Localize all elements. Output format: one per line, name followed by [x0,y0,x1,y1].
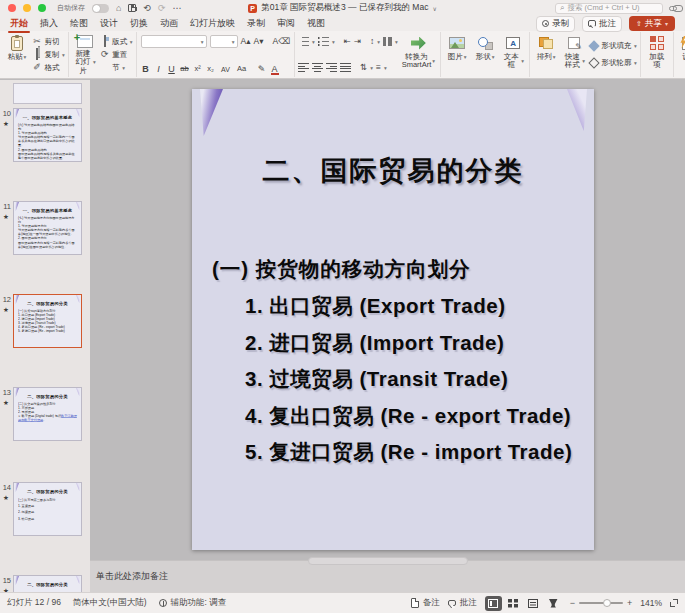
tab-design[interactable]: 设计 [100,17,118,30]
share-link-icon[interactable] [669,6,677,11]
grow-font-button[interactable]: A▴ [241,37,251,46]
bullets-button[interactable] [298,37,309,46]
slide-body-heading: (一) 按货物的移动方向划分 [212,250,590,288]
close-window-button[interactable] [8,4,16,12]
shapes-button[interactable]: 形状▾ [472,34,498,75]
notes-placeholder[interactable]: 单击此处添加备注 [96,570,168,583]
tab-record[interactable]: 录制 [247,17,265,30]
designer-button[interactable]: 设计器 [677,34,685,75]
notes-pane[interactable]: 单击此处添加备注 [90,560,685,592]
layout-button[interactable]: 版式▾ [100,35,133,48]
comments-toggle-button[interactable]: 批注 [448,597,477,609]
language-indicator[interactable]: 简体中文(中国大陆) [73,597,147,609]
columns-button[interactable] [383,37,392,46]
zoom-window-button[interactable] [38,4,46,12]
zoom-slider[interactable] [579,602,623,604]
thumbnail-slide-14[interactable]: 二、国际贸易的分类 (三) 按有无第三国参与划分 1. 直接贸易 2. 间接贸易… [13,482,82,536]
document-title[interactable]: 第01章 国际贸易概述3 — 已保存到我的 Mac [261,2,428,14]
more-commands-icon[interactable]: ⋯ [173,4,182,13]
shape-outline-button[interactable]: 形状轮廓▾ [589,57,637,70]
paste-button[interactable]: 粘贴▾ [4,34,30,75]
comments-button[interactable]: 批注 [582,16,622,32]
search-input[interactable]: ⌕ 搜索 (Cmd + Ctrl + U) [555,3,663,14]
highlight-pen-button[interactable]: ✎ [257,65,267,74]
underline-button[interactable]: U [167,65,177,74]
autosave-toggle[interactable] [92,4,109,13]
slide-sorter-view-button[interactable] [505,596,522,611]
zoom-slider-thumb[interactable] [603,599,611,607]
align-left-button[interactable] [298,63,309,72]
copy-button[interactable]: 复制▾ [32,48,65,61]
character-spacing-button[interactable]: AV [219,66,233,73]
superscript-button[interactable]: x² [193,65,203,73]
tab-transitions[interactable]: 切换 [130,17,148,30]
subscript-button[interactable]: x₂ [206,65,216,73]
tab-view[interactable]: 视图 [307,17,325,30]
normal-view-button[interactable] [485,596,502,611]
shape-fill-button[interactable]: 形状填充▾ [589,40,637,53]
align-text-button[interactable]: ≡ [376,63,381,72]
new-slide-button[interactable]: 新建幻灯片▾ [72,34,98,75]
line-spacing-button[interactable]: ↕ [370,37,374,46]
quick-styles-button[interactable]: 快速样式▾ [561,34,587,75]
indent-button[interactable]: ⇥ [354,37,361,46]
thumbnail-slide-13[interactable]: 二、国际贸易的分类 (二) 按交易对象的性质划分 1. 有形贸易 2. 无形贸易… [13,387,82,441]
slide-counter[interactable]: 幻灯片 12 / 96 [7,597,61,609]
outdent-button[interactable]: ⇤ [344,37,351,46]
font-name-select[interactable]: ▾ [141,35,207,48]
tab-draw[interactable]: 绘图 [70,17,88,30]
tab-slideshow[interactable]: 幻灯片放映 [190,17,235,30]
shrink-font-button[interactable]: A▾ [253,37,263,46]
strikethrough-button[interactable]: ab [180,65,190,73]
tab-animations[interactable]: 动画 [160,17,178,30]
bold-button[interactable]: B [141,65,151,74]
addins-button[interactable]: 加载项 [644,34,670,75]
tab-home[interactable]: 开始 [10,17,28,30]
numbering-button[interactable] [318,37,329,46]
accessibility-status[interactable]: 辅助功能: 调查 [159,597,227,609]
document-title-chevron-icon[interactable]: ∨ [432,5,436,12]
thumbnail-slide-10[interactable]: 一、国际贸易的基本概念 (六) 对外贸易商品结构和国际贸易商品结构 1. 对外贸… [13,108,82,162]
fit-slide-to-window-icon[interactable] [670,599,678,607]
cut-button[interactable]: ✂剪切 [32,35,65,48]
thumbnail-slide-11[interactable]: 一、国际贸易的基本概念 (七) 对外贸易地理方向和国际贸易地理方向 1. 对外贸… [13,201,82,255]
slideshow-button[interactable] [545,596,562,611]
italic-button[interactable]: I [154,65,164,74]
zoom-in-button[interactable]: + [627,598,632,608]
convert-to-smartart-button[interactable]: 转换为SmartArt▾ [400,34,437,75]
align-center-button[interactable] [312,63,323,72]
thumbnail-partial[interactable] [13,83,82,104]
thumbnail-slide-12-selected[interactable]: 二、国际贸易的分类 (一) 按货物的移动方向划分 1. 出口贸易 (Export… [13,294,82,348]
undo-icon[interactable]: ⟲ [143,4,151,13]
textbox-button[interactable]: 文本框▾ [500,34,526,75]
tab-insert[interactable]: 插入 [40,17,58,30]
arrange-button[interactable]: 排列▾ [533,34,559,75]
thumbnail-slide-15[interactable]: 二、国际贸易的分类 [13,575,82,592]
slide-canvas[interactable]: 二、国际贸易的分类 (一) 按货物的移动方向划分 1. 出口贸易 (Export… [192,89,594,550]
picture-button[interactable]: 图片▾ [444,34,470,75]
slide-title[interactable]: 二、国际贸易的分类 [192,153,594,189]
slide-body-textbox[interactable]: (一) 按货物的移动方向划分 1. 出口贸易 (Export Trade) 2.… [212,250,590,471]
font-color-button[interactable]: A [270,64,280,74]
justify-button[interactable] [340,63,351,72]
clear-formatting-button[interactable]: A⌫ [272,37,290,46]
notes-resize-handle[interactable] [308,557,468,565]
format-painter-button[interactable]: ✐格式 [32,61,65,74]
share-button[interactable]: ⇧ 共享 ▾ [629,16,675,31]
reset-button[interactable]: ⟳重置 [100,48,133,61]
zoom-out-button[interactable]: − [570,598,575,608]
change-case-button[interactable]: Aa [236,65,248,73]
minimize-window-button[interactable] [23,4,31,12]
tab-review[interactable]: 审阅 [277,17,295,30]
text-direction-button[interactable]: ⇅ [360,63,367,72]
home-icon[interactable]: ⌂ [116,4,121,13]
notes-toggle-button[interactable]: 备注 [411,597,440,609]
zoom-level[interactable]: 141% [640,598,662,608]
align-right-button[interactable] [326,63,337,72]
section-button[interactable]: 节▾ [100,61,133,74]
redo-icon[interactable]: ⟳ [158,4,166,13]
save-icon[interactable] [128,4,136,12]
font-size-select[interactable]: ▾ [210,35,238,48]
reading-view-button[interactable] [525,596,542,611]
record-button[interactable]: 录制 [536,16,575,32]
